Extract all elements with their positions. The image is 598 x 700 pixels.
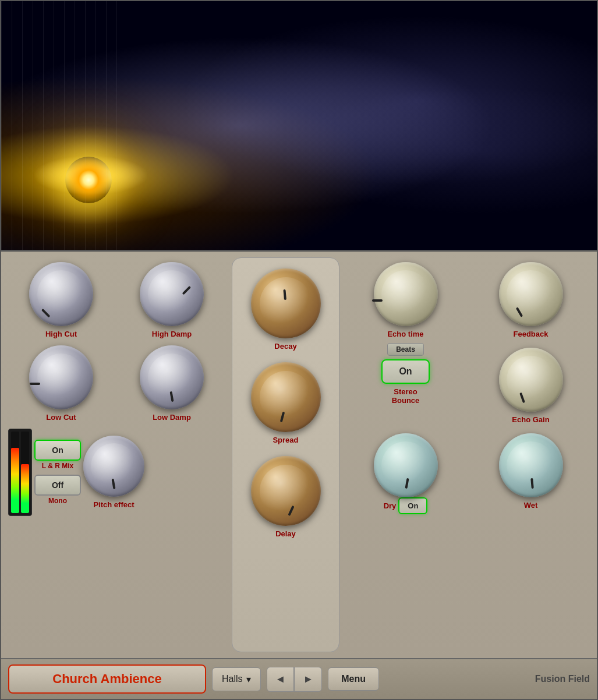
low-cut-label: Low Cut <box>46 413 76 422</box>
wet-indicator <box>530 478 534 488</box>
low-damp-label: Low Damp <box>153 413 191 422</box>
vu-fill-left <box>11 448 19 513</box>
vu-meters <box>8 429 32 516</box>
center-panel: Decay Spread Delay <box>232 257 339 652</box>
spread-knob-inner <box>260 371 312 423</box>
lr-mix-group: On L & R Mix <box>34 440 81 470</box>
decay-knob-inner <box>260 277 312 330</box>
pitch-effect-cell: Pitch effect <box>83 436 144 509</box>
echo-gain-knob[interactable] <box>499 348 563 412</box>
decay-cell: Decay <box>249 264 323 353</box>
nav-prev-button[interactable]: ◄ <box>267 667 295 692</box>
mono-label: Mono <box>48 497 67 505</box>
feedback-knob[interactable] <box>499 262 563 326</box>
low-damp-knob[interactable] <box>140 345 204 409</box>
echo-time-label: Echo time <box>387 330 423 338</box>
brand-label: Fusion Field <box>535 674 590 684</box>
dry-cell: Dry On <box>344 429 467 517</box>
wet-cell: Wet <box>469 429 592 517</box>
high-cut-knob[interactable] <box>29 262 93 326</box>
controls-main: High Cut High Damp <box>6 257 592 652</box>
spread-label: Spread <box>273 436 298 444</box>
echo-time-knob-inner <box>381 270 430 319</box>
stereo-bounce-label: StereoBounce <box>392 387 420 405</box>
echo-time-cell: Echo time <box>344 257 467 341</box>
right-panel: Echo time Feedback Beats On <box>344 257 592 652</box>
spread-knob[interactable] <box>251 362 321 432</box>
dry-row: Dry On <box>384 497 428 514</box>
echo-gain-cell: Echo Gain <box>469 343 592 426</box>
header-image <box>1 1 597 252</box>
right-middle-row: Beats On StereoBounce Echo Gain <box>344 343 592 426</box>
nav-next-button[interactable]: ► <box>294 667 322 692</box>
pitch-effect-knob[interactable] <box>83 436 144 497</box>
vu-bar-left <box>11 432 19 513</box>
light-burst <box>65 157 112 203</box>
stars-overlay <box>1 1 597 250</box>
category-label: Halls <box>222 674 243 684</box>
vu-fill-right <box>21 464 29 513</box>
decay-knob[interactable] <box>251 268 321 338</box>
decay-label: Decay <box>274 342 296 351</box>
lr-mix-button[interactable]: On <box>34 440 81 461</box>
mono-group: Off Mono <box>34 475 81 505</box>
spread-cell: Spread <box>249 358 323 447</box>
wet-label: Wet <box>524 501 538 510</box>
lr-mix-label: L & R Mix <box>42 462 73 470</box>
footer-bar: Church Ambience Halls ▾ ◄ ► Menu Fusion … <box>1 658 597 699</box>
echo-gain-knob-inner <box>507 356 555 404</box>
delay-knob-inner <box>260 465 312 517</box>
echo-time-indicator <box>372 299 383 302</box>
app-container: High Cut High Damp <box>0 0 598 700</box>
stereo-bounce-group: Beats On StereoBounce <box>344 343 467 405</box>
lr-mono-group: On L & R Mix Off Mono <box>34 440 81 505</box>
beats-button[interactable]: Beats <box>387 343 424 356</box>
menu-button[interactable]: Menu <box>328 667 379 691</box>
delay-label: Delay <box>275 529 296 538</box>
echo-gain-label: Echo Gain <box>512 415 549 424</box>
stereo-bounce-on-button[interactable]: On <box>381 359 429 384</box>
dry-on-button[interactable]: On <box>398 497 427 514</box>
controls-area: High Cut High Damp <box>1 252 597 658</box>
dry-knob[interactable] <box>374 433 438 497</box>
right-bottom-row: Dry On Wet <box>344 429 592 517</box>
low-cut-indicator <box>30 383 40 385</box>
wet-knob[interactable] <box>499 433 563 497</box>
high-damp-cell: High Damp <box>116 257 227 341</box>
preset-name-button[interactable]: Church Ambience <box>8 664 206 694</box>
feedback-knob-inner <box>507 270 555 319</box>
high-damp-label: High Damp <box>152 330 192 338</box>
delay-knob[interactable] <box>251 456 321 526</box>
right-top-row: Echo time Feedback <box>344 257 592 341</box>
echo-time-knob[interactable] <box>374 262 438 326</box>
delay-cell: Delay <box>249 451 323 540</box>
nav-buttons: ◄ ► <box>267 667 323 692</box>
high-damp-knob[interactable] <box>140 262 204 326</box>
feedback-label: Feedback <box>514 330 549 338</box>
low-cut-knob[interactable] <box>29 345 93 409</box>
low-cut-knob-inner <box>37 353 86 402</box>
high-cut-cell: High Cut <box>6 257 116 341</box>
top-knob-grid: High Cut High Damp <box>6 257 227 424</box>
pitch-effect-label: Pitch effect <box>93 500 134 509</box>
category-button[interactable]: Halls ▾ <box>212 667 261 691</box>
vu-bar-right <box>21 432 29 513</box>
low-cut-cell: Low Cut <box>6 341 116 424</box>
high-damp-knob-inner <box>148 270 196 319</box>
left-panel: High Cut High Damp <box>6 257 227 652</box>
low-damp-cell: Low Damp <box>116 341 227 424</box>
mono-button[interactable]: Off <box>34 475 81 496</box>
high-cut-label: High Cut <box>45 330 77 338</box>
chevron-down-icon: ▾ <box>246 674 251 685</box>
left-bottom-row: On L & R Mix Off Mono <box>6 426 227 518</box>
dry-label: Dry <box>384 501 397 510</box>
feedback-cell: Feedback <box>469 257 592 341</box>
